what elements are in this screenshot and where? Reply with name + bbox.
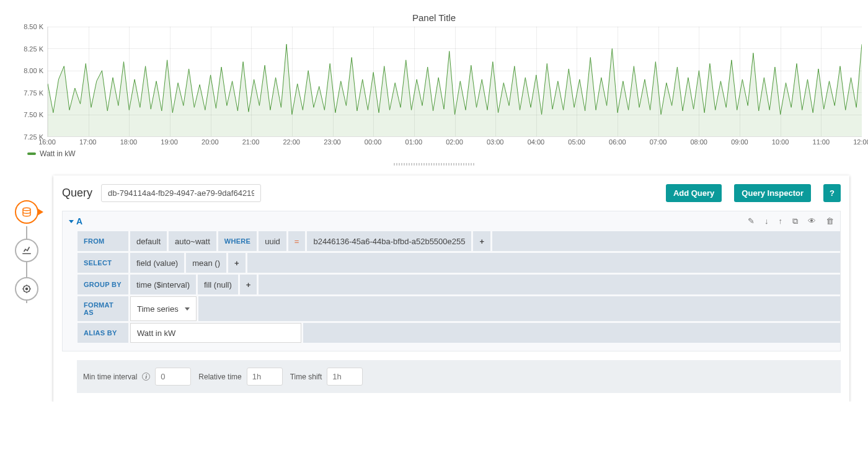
y-tick: 7.75 K: [24, 89, 43, 97]
info-icon[interactable]: i: [142, 373, 150, 381]
from-policy[interactable]: default: [130, 231, 167, 251]
query-help-button[interactable]: ?: [823, 184, 841, 202]
where-label: WHERE: [218, 231, 257, 251]
tab-general[interactable]: [15, 277, 38, 301]
query-duplicate-icon[interactable]: ⧉: [792, 216, 798, 226]
format-label: FORMAT AS: [78, 296, 128, 321]
x-tick: 06:00: [609, 138, 626, 146]
where-add[interactable]: +: [473, 231, 490, 251]
query-a: A ✎ ↓ ↑ ⧉ 👁 🗑 FROM default auto~watt W: [62, 211, 841, 351]
x-tick: 07:00: [650, 138, 667, 146]
x-tick: 23:00: [324, 138, 341, 146]
select-field[interactable]: field (value): [130, 253, 184, 273]
alias-input[interactable]: [130, 323, 301, 343]
min-interval-input[interactable]: [155, 368, 191, 386]
tab-visualization[interactable]: [15, 239, 38, 262]
x-tick: 18:00: [120, 138, 138, 146]
query-toggle[interactable]: A: [69, 216, 82, 226]
format-select[interactable]: Time series: [130, 296, 197, 321]
x-tick: 17:00: [79, 138, 97, 146]
datasource-input[interactable]: [101, 184, 261, 202]
x-tick: 00:00: [365, 138, 382, 146]
x-tick: 16:00: [38, 138, 56, 146]
time-shift-input[interactable]: [327, 368, 363, 386]
x-tick: 21:00: [242, 138, 260, 146]
x-tick: 12:00: [853, 138, 868, 146]
x-tick: 08:00: [690, 138, 707, 146]
groupby-add[interactable]: +: [240, 275, 257, 294]
alias-label: ALIAS BY: [78, 323, 128, 343]
query-heading: Query: [62, 187, 92, 200]
where-op[interactable]: =: [288, 231, 306, 251]
select-label: SELECT: [78, 253, 128, 273]
x-tick: 22:00: [283, 138, 300, 146]
chart-title: Panel Title: [6, 12, 862, 23]
panel-resize-handle[interactable]: [394, 163, 474, 166]
query-move-up-icon[interactable]: ↑: [779, 216, 783, 226]
y-tick: 8.00 K: [24, 67, 43, 74]
chart-x-axis: 16:0017:0018:0019:0020:0021:0022:0023:00…: [47, 137, 862, 147]
relative-time-label: Relative time: [198, 373, 241, 381]
select-agg[interactable]: mean (): [186, 253, 226, 273]
chart-plot-area[interactable]: [47, 27, 862, 137]
x-tick: 11:00: [813, 138, 830, 146]
legend-swatch: [27, 152, 36, 155]
where-value[interactable]: b2446136-45a6-44ba-bfbd-a52b5500e255: [307, 231, 471, 251]
query-move-down-icon[interactable]: ↓: [764, 216, 769, 226]
query-inspector-button[interactable]: Query Inspector: [734, 184, 811, 202]
time-shift-label: Time shift: [290, 373, 322, 381]
from-measurement[interactable]: auto~watt: [169, 231, 216, 251]
panel-chart: Panel Title 8.50 K8.25 K8.00 K7.75 K7.50…: [6, 12, 862, 166]
query-edit-icon[interactable]: ✎: [748, 216, 755, 226]
query-hide-icon[interactable]: 👁: [808, 216, 816, 226]
y-tick: 7.50 K: [24, 111, 43, 118]
x-tick: 05:00: [568, 138, 585, 146]
x-tick: 01:00: [405, 138, 423, 146]
min-interval-label: Min time interval: [83, 373, 137, 381]
query-time-options: Min time interval i Relative time Time s…: [77, 360, 841, 393]
y-tick: 8.25 K: [24, 45, 43, 53]
x-tick: 02:00: [446, 138, 463, 146]
legend-label: Watt in kW: [40, 149, 76, 158]
editor-tabs: [0, 175, 53, 316]
chart-legend[interactable]: Watt in kW: [27, 149, 862, 158]
add-query-button[interactable]: Add Query: [666, 184, 722, 202]
query-letter: A: [76, 216, 82, 226]
x-tick: 09:00: [731, 138, 748, 146]
svg-point-2: [26, 288, 28, 290]
x-tick: 04:00: [528, 138, 545, 146]
x-tick: 19:00: [161, 138, 178, 146]
groupby-time[interactable]: time ($interval): [130, 275, 196, 294]
x-tick: 20:00: [202, 138, 219, 146]
x-tick: 03:00: [487, 138, 504, 146]
tab-query[interactable]: [15, 200, 38, 224]
svg-point-0: [23, 208, 30, 211]
from-label: FROM: [78, 231, 128, 251]
groupby-label: GROUP BY: [78, 275, 128, 294]
x-tick: 10:00: [772, 138, 789, 146]
chart-y-axis: 8.50 K8.25 K8.00 K7.75 K7.50 K7.25 K: [6, 27, 47, 137]
chevron-down-icon: [69, 220, 74, 223]
relative-time-input[interactable]: [247, 368, 283, 386]
query-remove-icon[interactable]: 🗑: [826, 216, 834, 226]
groupby-fill[interactable]: fill (null): [198, 275, 238, 294]
y-tick: 8.50 K: [24, 23, 43, 30]
where-field[interactable]: uuid: [259, 231, 286, 251]
select-add[interactable]: +: [228, 253, 246, 273]
query-panel: Query Add Query Query Inspector ? A ✎ ↓ …: [53, 175, 849, 402]
